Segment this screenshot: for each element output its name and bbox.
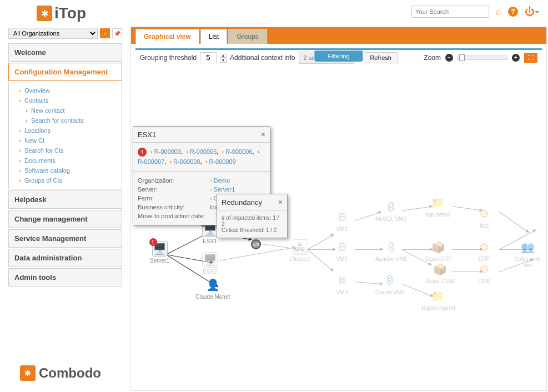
fullscreen-button[interactable]: ⛶ [524, 53, 537, 63]
brand-text: iTop [54, 4, 86, 22]
node-erp[interactable]: ⚙ERP [476, 239, 492, 262]
logo-icon: ✱ [37, 6, 52, 21]
popup-redundancy-title: Redundancy [222, 198, 262, 207]
grouping-input[interactable] [200, 52, 217, 63]
grouping-label: Grouping threshold [140, 54, 197, 62]
grouping-stepper[interactable]: ▲▼ [220, 53, 227, 63]
footer-logo: ✱ Combodo [20, 365, 101, 381]
node-redundancy[interactable]: 1/2 [251, 239, 261, 249]
alert-icon: ! [149, 238, 157, 246]
popup-redundancy: Redundancy × # of impacted items: 1 / 2 … [217, 194, 288, 238]
node-cluster1[interactable]: 🖧Cluster1 [290, 239, 310, 262]
menu-new-contact[interactable]: New contact [31, 105, 122, 115]
menu-dataadmin[interactable]: Data administration [9, 249, 122, 267]
popup-org-link[interactable]: › Demo [210, 177, 230, 184]
ticket-link[interactable]: R-000009 [209, 158, 235, 165]
main-panel: Graphical view List Groups Filtering Gro… [130, 27, 547, 391]
power-icon[interactable]: ⏻▾ [525, 6, 540, 18]
node-apache-vm1[interactable]: 🛢Apache VM1 [375, 239, 407, 262]
ticket-link[interactable]: R-000006 [225, 148, 252, 155]
zoom-label: Zoom [424, 54, 441, 62]
tab-groups[interactable]: Groups [228, 29, 267, 44]
node-crm[interactable]: ⚙CRM [476, 262, 492, 284]
menu-software[interactable]: Software catalog [24, 165, 122, 175]
menu-locations[interactable]: Locations [24, 125, 122, 135]
ticket-link[interactable]: R-000003 [154, 148, 181, 155]
footer-brand: Combodo [39, 365, 101, 381]
menu-search-cis[interactable]: Search for CIs [24, 145, 122, 155]
help-icon[interactable]: ? [508, 7, 518, 17]
menu-change[interactable]: Change management [9, 210, 122, 228]
node-openerp[interactable]: 📦Open ERP [425, 239, 452, 262]
alert-icon: ! [138, 148, 147, 157]
node-server1[interactable]: !🖥️ Server1 [150, 241, 169, 264]
search-icon[interactable]: ⌕ [496, 7, 501, 17]
node-sugarcrm[interactable]: 📦Sugar CRM [425, 262, 454, 284]
node-monet[interactable]: 👤Claude Monet [195, 277, 230, 300]
search-input[interactable] [411, 6, 489, 18]
ticket-link[interactable]: R-000008 [173, 158, 200, 165]
menu-contacts[interactable]: Contacts [24, 96, 122, 105]
node-oracle-vm3[interactable]: 🛢Oracle VM3 [375, 273, 405, 295]
ticket-link[interactable]: R-000007 [138, 158, 164, 165]
menu-helpdesk[interactable]: Helpdesk [9, 191, 122, 208]
zoom-in-button[interactable]: + [512, 54, 520, 62]
menu-new-ci[interactable]: New CI [24, 135, 122, 145]
menu-overview[interactable]: Overview [24, 86, 122, 96]
node-itop[interactable]: ⚙itop [476, 206, 492, 229]
tabs-bar: Graphical view List Groups [131, 27, 546, 44]
node-sales[interactable]: 👥Sales web site [513, 239, 542, 268]
menu-service[interactable]: Service Management [9, 230, 122, 247]
popup-server-link[interactable]: › Server1 [210, 186, 235, 193]
tab-list[interactable]: List [200, 29, 228, 44]
close-icon[interactable]: × [261, 130, 265, 139]
menu-welcome[interactable]: Welcome [9, 44, 122, 61]
footer-logo-icon: ✱ [20, 365, 36, 381]
menu-search-contacts[interactable]: Search for contacts [31, 115, 122, 125]
node-vm1[interactable]: 🖥VM1 [334, 239, 350, 262]
popup-title: ESX1 [138, 130, 156, 139]
ticket-link[interactable]: R-000005 [190, 148, 217, 155]
org-select[interactable]: All Organizations [8, 28, 98, 39]
node-sugarcrmprod[interactable]: 📁sugarcrmprod [421, 288, 455, 311]
tab-graphical[interactable]: Graphical view [135, 29, 199, 44]
popup-tickets: ! › R-000003, › R-000005, › R-000006, › … [133, 143, 270, 172]
node-vm2[interactable]: 🖥VM2 [334, 209, 350, 232]
org-go-button[interactable]: › [100, 28, 110, 38]
zoom-slider[interactable] [457, 56, 507, 60]
header: ✱ iTop ⌕ ? ⏻▾ [0, 0, 548, 27]
node-itop-demo[interactable]: 📁itop-demo [425, 195, 450, 218]
graph-canvas[interactable]: !🖥️ Server1 !🖥️ ESX1 🖥️ESX2 👤Claude Mone… [135, 66, 542, 386]
menu-config[interactable]: Configuration Management [8, 63, 122, 81]
node-mysql-vm2[interactable]: 🛢MySQL VM2 [375, 199, 406, 222]
sidebar: All Organizations › 📌 Welcome Configurat… [8, 28, 122, 288]
context-label: Additional context info [230, 54, 295, 62]
refresh-button[interactable]: Refresh [364, 52, 398, 63]
close-icon[interactable]: × [278, 198, 283, 207]
node-vm3[interactable]: 🖥VM3 [334, 273, 350, 295]
menu-documents[interactable]: Documents [24, 155, 122, 165]
zoom-out-button[interactable]: − [445, 54, 453, 62]
filtering-toggle[interactable]: Filtering [314, 51, 363, 62]
menu-groups[interactable]: Groups of CIs [24, 175, 122, 185]
logo: ✱ iTop [37, 4, 86, 22]
node-esx2[interactable]: 🖥️ESX2 [202, 252, 218, 275]
pin-button[interactable]: 📌 [112, 28, 122, 38]
menu-admin[interactable]: Admin tools [9, 269, 122, 286]
